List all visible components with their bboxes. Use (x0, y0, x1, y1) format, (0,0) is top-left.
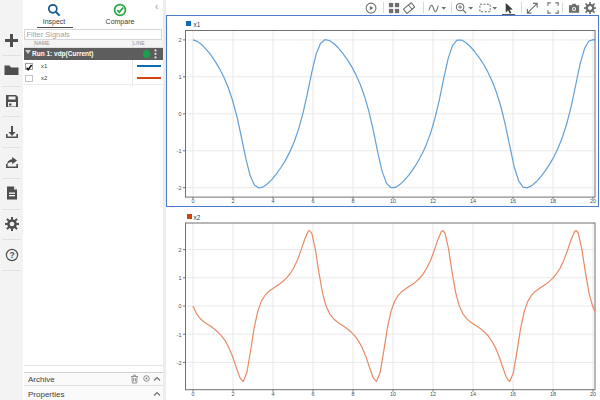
svg-text:12: 12 (430, 198, 436, 204)
svg-text:10: 10 (390, 198, 396, 204)
svg-text:2: 2 (178, 247, 181, 253)
svg-text:2: 2 (178, 37, 181, 43)
svg-text:16: 16 (510, 198, 516, 204)
svg-text:6: 6 (311, 391, 314, 397)
svg-text:18: 18 (550, 198, 556, 204)
svg-text:20: 20 (590, 391, 596, 397)
svg-text:12: 12 (430, 391, 436, 397)
svg-text:18: 18 (550, 391, 556, 397)
svg-text:-1: -1 (177, 332, 182, 338)
svg-text:0: 0 (191, 198, 194, 204)
svg-text:20: 20 (590, 198, 596, 204)
svg-text:8: 8 (351, 391, 354, 397)
svg-text:?: ? (9, 250, 14, 260)
svg-text:2: 2 (231, 391, 234, 397)
svg-text:16: 16 (510, 391, 516, 397)
svg-text:4: 4 (271, 391, 274, 397)
svg-text:0: 0 (178, 303, 181, 309)
svg-text:10: 10 (390, 391, 396, 397)
svg-text:14: 14 (470, 391, 476, 397)
svg-text:1: 1 (178, 275, 181, 281)
svg-text:1: 1 (178, 74, 181, 80)
svg-text:6: 6 (311, 198, 314, 204)
svg-text:-1: -1 (177, 148, 182, 154)
svg-text:2: 2 (231, 198, 234, 204)
svg-text:0: 0 (178, 111, 181, 117)
svg-text:-2: -2 (177, 185, 182, 191)
svg-text:14: 14 (470, 198, 476, 204)
svg-text:4: 4 (271, 198, 274, 204)
svg-text:8: 8 (351, 198, 354, 204)
svg-text:0: 0 (191, 391, 194, 397)
svg-text:-2: -2 (177, 360, 182, 366)
